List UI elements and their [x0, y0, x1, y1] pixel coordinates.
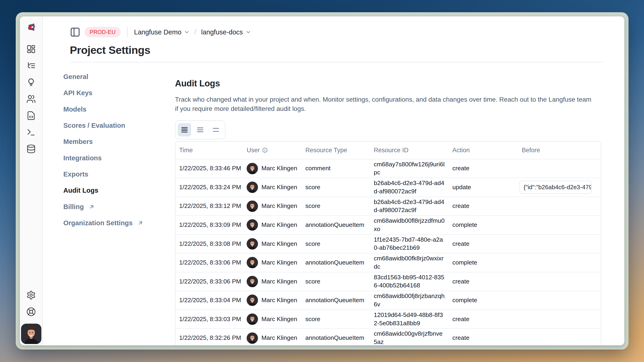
action-cell: create — [449, 272, 518, 291]
resource-id-cell: b26ab4c6-d2e3-479d-ad4d-af980072ac9f — [370, 197, 449, 216]
external-link-arrow-icon — [137, 220, 144, 226]
user-cell: Marc Klingen — [243, 235, 302, 253]
time-cell: 1/22/2025, 8:32:26 PM — [176, 329, 243, 345]
before-cell — [518, 216, 601, 235]
resource-type-cell: score — [302, 197, 370, 216]
resource-id-cell: 83cd1563-bb95-4012-8356-400b52b64168 — [370, 272, 449, 291]
info-icon[interactable] — [262, 147, 268, 153]
lightbulb-icon[interactable] — [26, 78, 36, 87]
table-row[interactable]: 1/22/2025, 8:33:04 PM Marc Klingen annot… — [176, 291, 601, 310]
rows-4-lines-icon — [180, 126, 188, 134]
settings-nav-label: API Keys — [63, 89, 92, 97]
audit-log-table-card: Time User Resource Type Resource ID Acti… — [175, 141, 601, 346]
settings-nav-item-general[interactable]: General — [63, 73, 175, 81]
user-cell: Marc Klingen — [243, 291, 302, 310]
resource-type-cell: annotationQueueItem — [302, 216, 370, 235]
resource-id-cell: cm68awidb00fk8rjz0wxixrdc — [370, 253, 449, 272]
time-cell: 1/22/2025, 8:33:09 PM — [176, 216, 243, 235]
main-area: PROD-EU Langfuse Demo / langfuse-docs Pr… — [43, 16, 624, 345]
settings-content: Audit Logs Track who changed what in you… — [175, 72, 624, 345]
chevron-down-icon — [245, 29, 251, 35]
panel-left-icon — [70, 27, 80, 37]
row-height-toggle-group — [175, 120, 226, 139]
column-header-resource-type[interactable]: Resource Type — [302, 142, 370, 159]
table-row[interactable]: 1/22/2025, 8:33:09 PM Marc Klingen annot… — [176, 216, 601, 235]
settings-nav-item-scores-evaluation[interactable]: Scores / Evaluation — [63, 122, 175, 129]
user-avatar — [247, 163, 258, 174]
table-row[interactable]: 1/22/2025, 8:33:46 PM Marc Klingen comme… — [176, 159, 601, 178]
settings-nav-item-api-keys[interactable]: API Keys — [63, 89, 175, 97]
resource-type-cell: score — [302, 235, 370, 253]
chevron-down-icon — [184, 29, 190, 35]
settings-nav-label: Models — [63, 106, 86, 113]
breadcrumb-project[interactable]: langfuse-docs — [201, 28, 251, 36]
time-cell: 1/22/2025, 8:33:12 PM — [176, 197, 243, 216]
column-header-resource-id[interactable]: Resource ID — [370, 142, 449, 159]
resource-type-cell: annotationQueueItem — [302, 253, 370, 272]
settings-nav-item-audit-logs[interactable]: Audit Logs — [63, 187, 175, 194]
breadcrumb-org-label: Langfuse Demo — [134, 28, 182, 36]
settings-nav-label: Members — [63, 138, 93, 146]
settings-nav-item-organization-settings[interactable]: Organization Settings — [63, 219, 175, 227]
user-avatar[interactable] — [21, 324, 42, 344]
settings-nav-item-models[interactable]: Models — [63, 106, 175, 113]
dashboard-grid-icon[interactable] — [26, 44, 36, 54]
database-icon[interactable] — [26, 144, 36, 154]
file-code-icon[interactable] — [26, 111, 36, 120]
row-height-small-button[interactable] — [178, 123, 191, 136]
user-avatar — [247, 201, 258, 212]
terminal-icon[interactable] — [26, 127, 36, 137]
resource-type-cell: comment — [302, 159, 370, 178]
row-height-large-button[interactable] — [209, 123, 222, 136]
users-icon[interactable] — [26, 94, 36, 104]
settings-nav-label: Audit Logs — [63, 187, 98, 194]
column-header-time[interactable]: Time — [176, 142, 243, 159]
life-buoy-icon[interactable] — [26, 307, 36, 317]
user-name: Marc Klingen — [262, 203, 297, 210]
settings-nav-item-billing[interactable]: Billing — [63, 203, 175, 211]
table-row[interactable]: 1/22/2025, 8:33:24 PM Marc Klingen score… — [176, 178, 601, 197]
column-header-before[interactable]: Before — [518, 142, 601, 159]
settings-nav-item-integrations[interactable]: Integrations — [63, 154, 175, 162]
settings-nav-item-members[interactable]: Members — [63, 138, 175, 146]
langfuse-logo[interactable] — [26, 22, 37, 33]
table-row[interactable]: 1/22/2025, 8:32:26 PM Marc Klingen annot… — [176, 329, 601, 345]
sidebar-toggle-button[interactable] — [70, 27, 80, 37]
time-cell: 1/22/2025, 8:33:46 PM — [176, 159, 243, 178]
time-cell: 1/22/2025, 8:33:06 PM — [176, 272, 243, 291]
user-name: Marc Klingen — [262, 316, 297, 323]
table-row[interactable]: 1/22/2025, 8:33:12 PM Marc Klingen score… — [176, 197, 601, 216]
audit-log-table: Time User Resource Type Resource ID Acti… — [176, 142, 601, 346]
breadcrumb-project-label: langfuse-docs — [201, 28, 243, 36]
settings-gear-icon[interactable] — [26, 290, 36, 300]
action-cell: complete — [449, 216, 518, 235]
list-tree-icon[interactable] — [26, 61, 36, 70]
table-row[interactable]: 1/22/2025, 8:33:03 PM Marc Klingen score… — [176, 310, 601, 329]
breadcrumb-organization[interactable]: Langfuse Demo — [134, 28, 190, 36]
before-json-chip[interactable]: {"id":"b26ab4c6-d2e3-479d-a — [520, 181, 592, 194]
user-cell: Marc Klingen — [243, 159, 302, 178]
resource-type-cell: score — [302, 310, 370, 329]
desktop: { "colors": { "badge_bg": "#fce7ef", "ba… — [0, 0, 644, 362]
rows-2-lines-icon — [212, 126, 220, 134]
before-cell — [518, 291, 601, 310]
user-avatar — [247, 257, 258, 268]
time-cell: 1/22/2025, 8:33:24 PM — [176, 178, 243, 197]
resource-id-cell: b26ab4c6-d2e3-479d-ad4d-af980072ac9f — [370, 178, 449, 197]
user-avatar — [247, 182, 258, 193]
settings-nav-item-exports[interactable]: Exports — [63, 170, 175, 178]
action-cell: complete — [449, 291, 518, 310]
settings-nav-label: Exports — [63, 170, 88, 178]
column-header-action[interactable]: Action — [449, 142, 518, 159]
before-cell — [518, 159, 601, 178]
title-divider — [70, 62, 603, 62]
action-cell: create — [449, 235, 518, 253]
time-cell: 1/22/2025, 8:33:03 PM — [176, 310, 243, 329]
table-row[interactable]: 1/22/2025, 8:33:06 PM Marc Klingen score… — [176, 272, 601, 291]
user-cell: Marc Klingen — [243, 310, 302, 329]
table-row[interactable]: 1/22/2025, 8:33:06 PM Marc Klingen annot… — [176, 253, 601, 272]
row-height-medium-button[interactable] — [194, 123, 207, 136]
table-row[interactable]: 1/22/2025, 8:33:08 PM Marc Klingen score… — [176, 235, 601, 253]
column-header-user[interactable]: User — [243, 142, 302, 159]
settings-nav-label: General — [63, 73, 88, 81]
